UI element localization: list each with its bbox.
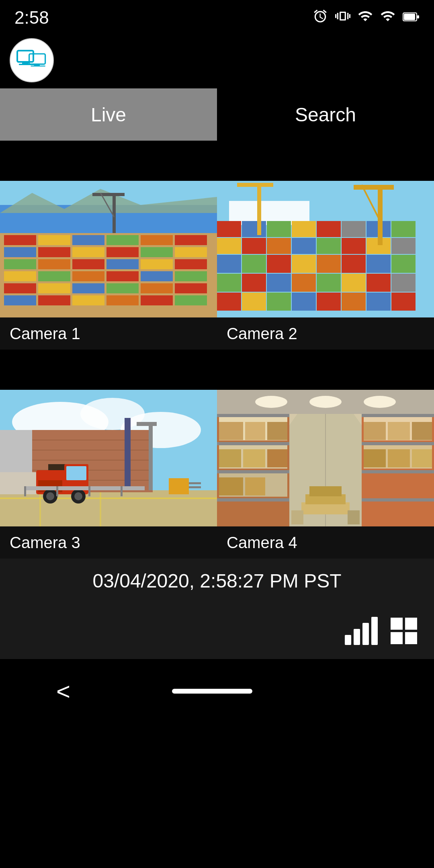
svg-rect-19: [4, 247, 36, 257]
svg-rect-87: [242, 293, 266, 311]
svg-rect-77: [391, 255, 416, 273]
svg-rect-81: [292, 274, 316, 292]
svg-rect-56: [267, 221, 291, 237]
camera-label-2: Camera 2: [217, 325, 434, 343]
svg-rect-65: [292, 238, 316, 254]
svg-rect-103: [0, 490, 217, 526]
svg-rect-148: [217, 498, 289, 502]
svg-rect-43: [4, 295, 36, 305]
svg-rect-64: [267, 238, 291, 254]
svg-rect-40: [106, 283, 139, 293]
back-button[interactable]: <: [56, 678, 70, 705]
svg-rect-17: [141, 235, 173, 245]
camera-cell-4[interactable]: [217, 390, 434, 526]
signal-bars-icon: [345, 617, 378, 645]
svg-rect-130: [24, 486, 26, 496]
svg-rect-2: [417, 15, 419, 18]
bar3: [362, 623, 369, 645]
svg-rect-154: [219, 449, 241, 467]
svg-rect-14: [38, 235, 70, 245]
svg-rect-55: [242, 221, 266, 237]
svg-rect-132: [88, 486, 90, 496]
camera-cell-1[interactable]: [0, 181, 217, 317]
svg-rect-95: [354, 185, 394, 190]
svg-rect-69: [391, 238, 416, 254]
svg-rect-59: [342, 221, 366, 237]
svg-rect-175: [309, 486, 342, 496]
svg-point-125: [46, 492, 54, 500]
svg-rect-156: [267, 449, 287, 467]
svg-rect-29: [141, 259, 173, 269]
signal-bars-button[interactable]: [345, 617, 378, 645]
svg-rect-152: [267, 422, 287, 440]
camera-label-row-2: Camera 3 Camera 4: [0, 526, 434, 559]
svg-rect-27: [72, 259, 104, 269]
bar1: [345, 635, 351, 645]
battery-icon: [403, 10, 420, 26]
svg-rect-62: [217, 238, 241, 254]
svg-rect-18: [175, 235, 207, 245]
status-icons: [313, 8, 420, 27]
svg-rect-89: [292, 293, 316, 311]
wifi-icon: [358, 8, 373, 27]
svg-rect-28: [106, 259, 139, 269]
svg-rect-23: [141, 247, 173, 257]
svg-rect-3: [17, 51, 33, 62]
svg-rect-41: [141, 283, 173, 293]
svg-rect-72: [267, 255, 291, 273]
camera-cell-3[interactable]: [0, 390, 217, 526]
vibrate-icon: [335, 8, 350, 27]
camera-cell-2[interactable]: [217, 181, 434, 317]
svg-rect-85: [391, 274, 416, 292]
svg-rect-16: [106, 235, 139, 245]
svg-rect-67: [342, 238, 366, 254]
svg-rect-179: [405, 618, 417, 630]
alarm-icon: [313, 8, 328, 27]
svg-rect-158: [219, 477, 243, 495]
svg-rect-15: [72, 235, 104, 245]
svg-rect-24: [175, 247, 207, 257]
camera-thumb-1[interactable]: [0, 181, 217, 317]
bar4: [371, 617, 378, 645]
home-indicator[interactable]: [172, 689, 252, 694]
tab-live[interactable]: Live: [0, 88, 217, 141]
tab-bar: Live Search: [0, 88, 434, 141]
svg-rect-177: [348, 510, 360, 524]
svg-rect-172: [412, 449, 432, 467]
svg-rect-76: [366, 255, 391, 273]
svg-rect-37: [4, 283, 36, 293]
svg-rect-155: [243, 449, 265, 467]
svg-rect-94: [378, 185, 383, 245]
camera-label-1: Camera 1: [0, 325, 217, 343]
svg-rect-47: [141, 295, 173, 305]
grid-layout-button[interactable]: [390, 617, 418, 645]
svg-rect-135: [189, 482, 201, 484]
svg-rect-90: [317, 293, 341, 311]
svg-rect-84: [366, 274, 391, 292]
svg-rect-164: [362, 498, 434, 502]
camera-thumb-3[interactable]: [0, 390, 217, 526]
camera-label-4: Camera 4: [217, 534, 434, 552]
status-bar: 2:58: [0, 0, 434, 32]
svg-rect-21: [72, 247, 104, 257]
camera-row-2: [0, 390, 434, 526]
svg-rect-50: [92, 193, 125, 196]
signal-icon: [380, 8, 395, 27]
camera-thumb-2[interactable]: [217, 181, 434, 317]
svg-rect-1: [404, 14, 415, 20]
svg-rect-35: [141, 271, 173, 281]
svg-rect-26: [38, 259, 70, 269]
tab-search[interactable]: Search: [217, 88, 434, 141]
svg-rect-166: [364, 422, 386, 440]
camera-label-row-1: Camera 1 Camera 2: [0, 317, 434, 350]
svg-rect-75: [342, 255, 366, 273]
status-time: 2:58: [14, 8, 49, 28]
svg-rect-163: [362, 470, 434, 473]
svg-rect-79: [242, 274, 266, 292]
svg-rect-122: [66, 466, 86, 480]
svg-rect-178: [391, 618, 403, 630]
svg-rect-38: [38, 283, 70, 293]
camera-thumb-4[interactable]: [217, 390, 434, 526]
svg-rect-48: [175, 295, 207, 305]
svg-rect-46: [106, 295, 139, 305]
